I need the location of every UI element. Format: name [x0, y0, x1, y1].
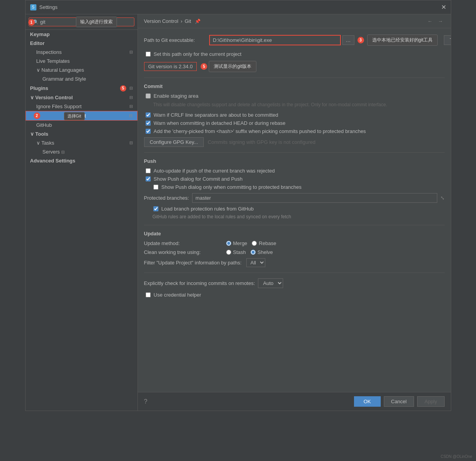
- plugins-badge: 5 ⊟: [120, 85, 133, 92]
- sidebar-item-ignore-files[interactable]: Ignore Files Support ⊟: [26, 102, 137, 111]
- set-path-label: Set this path only for the current proje…: [154, 51, 242, 57]
- help-icon[interactable]: ?: [144, 398, 148, 405]
- warn-crlf-checkbox[interactable]: [146, 112, 151, 117]
- sidebar-item-tools[interactable]: ∨ Tools: [26, 129, 137, 138]
- ok-button[interactable]: OK: [354, 396, 381, 407]
- show-push-protected-row: Show Push dialog only when committing to…: [152, 184, 445, 190]
- apply-button[interactable]: Apply: [417, 396, 445, 407]
- sidebar-item-keymap[interactable]: Keymap: [26, 30, 137, 39]
- sidebar: 1 🔍 输入git进行搜索 Keymap Editor Inspections …: [26, 14, 138, 411]
- rebase-label: Rebase: [259, 240, 276, 246]
- shelve-radio[interactable]: [251, 250, 256, 255]
- add-suffix-label: Add the 'cherry-picked from <hash>' suff…: [154, 128, 366, 134]
- update-section-title: Update: [144, 231, 445, 237]
- configure-gpg-button[interactable]: Configure GPG Key...: [144, 137, 204, 147]
- load-github-checkbox[interactable]: [153, 206, 158, 211]
- breadcrumb-part1: Version Control: [144, 18, 179, 24]
- credential-row: Use credential helper: [144, 292, 445, 298]
- main-content: Path to Git executable: … 3 选中本地已经安装好的gi…: [138, 28, 451, 392]
- nav-back[interactable]: ←: [426, 17, 434, 25]
- section-divider-3: [144, 225, 445, 225]
- auto-update-checkbox[interactable]: [146, 168, 151, 173]
- update-method-label: Update method:: [144, 240, 222, 246]
- sidebar-item-git[interactable]: 2 Git 选择Git ⊟: [26, 111, 137, 121]
- natural-languages-label: ∨ Natural Languages: [36, 67, 84, 73]
- set-path-row: Set this path only for the current proje…: [144, 51, 445, 57]
- inspections-icon: ⊟: [129, 50, 133, 55]
- sidebar-item-github[interactable]: GitHub: [26, 121, 137, 129]
- show-push-protected-checkbox[interactable]: [153, 185, 158, 190]
- app-icon: S: [30, 4, 36, 10]
- incoming-label: Explicitly check for incoming commits on…: [144, 280, 255, 286]
- protected-branches-label: Protected branches:: [144, 195, 189, 201]
- git-version-text: Git version is 2.34.0: [144, 62, 197, 71]
- nav-forward[interactable]: →: [436, 17, 445, 25]
- warn-detached-row: Warn when committing in detached HEAD or…: [144, 120, 445, 126]
- merge-radio[interactable]: [226, 241, 231, 246]
- section-divider-1: [144, 78, 445, 78]
- staging-note: This will disable changelists support an…: [153, 101, 445, 108]
- enable-staging-checkbox[interactable]: [146, 93, 151, 98]
- credential-checkbox[interactable]: [146, 292, 151, 297]
- enable-staging-row: Enable staging area: [144, 93, 445, 99]
- breadcrumb-pin-icon: 📌: [195, 19, 201, 24]
- credential-label: Use credential helper: [154, 292, 201, 298]
- clean-working-label: Clean working tree using:: [144, 249, 222, 255]
- sidebar-item-natural-languages[interactable]: ∨ Natural Languages: [26, 66, 137, 74]
- staging-note-text: This will disable changelists support an…: [153, 102, 387, 107]
- filter-select[interactable]: All: [246, 258, 265, 267]
- sidebar-item-servers[interactable]: Servers ⊟: [26, 147, 137, 156]
- servers-label: Servers: [43, 149, 60, 155]
- breadcrumb-sep: ›: [180, 18, 182, 24]
- sidebar-item-inspections[interactable]: Inspections ⊟: [26, 48, 137, 57]
- commit-section-title: Commit: [144, 83, 445, 89]
- sidebar-item-version-control[interactable]: ∨ Version Control ⊟: [26, 93, 137, 102]
- badge5-area: 5 测试显示的git版本: [201, 61, 256, 72]
- sidebar-item-plugins[interactable]: Plugins 5 ⊟: [26, 83, 137, 93]
- warn-crlf-label: Warn if CRLF line separators are about t…: [154, 112, 278, 118]
- warn-detached-checkbox[interactable]: [146, 121, 151, 126]
- tooltip-1: 输入git进行搜索: [76, 17, 117, 27]
- stash-option: Stash: [226, 249, 246, 255]
- close-button[interactable]: ✕: [441, 3, 446, 11]
- push-section-title: Push: [144, 158, 445, 164]
- auto-update-row: Auto-update if push of the current branc…: [144, 168, 445, 174]
- section-divider-2: [144, 152, 445, 153]
- protected-branches-input[interactable]: [192, 193, 437, 203]
- warn-detached-label: Warn when committing in detached HEAD or…: [154, 120, 286, 126]
- badge-1: 1: [28, 19, 35, 26]
- badge3-area: 3 选中本地已经安装好的git工具: [357, 35, 438, 46]
- expand-icon[interactable]: ⤡: [440, 195, 445, 201]
- breadcrumb-bar: Version Control › Git 📌 ← →: [138, 14, 451, 28]
- sidebar-item-tasks[interactable]: ∨ Tasks ⊟: [26, 138, 137, 147]
- git-icon: ⊟: [129, 113, 132, 118]
- sidebar-item-live-templates[interactable]: Live Templates: [26, 57, 137, 66]
- test-button[interactable]: Test: [444, 35, 450, 45]
- badge-3: 3: [357, 37, 364, 43]
- browse-button[interactable]: …: [342, 35, 354, 45]
- servers-icon: ⊟: [61, 150, 65, 154]
- inspections-label: Inspections: [36, 49, 62, 55]
- show-push-dialog-checkbox[interactable]: [146, 176, 151, 181]
- set-path-checkbox[interactable]: [146, 52, 151, 57]
- nav-arrows: ← →: [426, 17, 445, 25]
- search-box: 1 🔍 输入git进行搜索: [26, 14, 137, 30]
- badge-5: 5: [201, 63, 207, 70]
- path-input[interactable]: [209, 35, 341, 45]
- load-github-row: Load branch protection rules from GitHub: [152, 206, 445, 212]
- update-method-row: Update method: Merge Rebase: [144, 240, 445, 246]
- sidebar-item-editor[interactable]: Editor: [26, 39, 137, 48]
- version-row: Git version is 2.34.0 5 测试显示的git版本: [144, 61, 445, 72]
- add-suffix-checkbox[interactable]: [146, 129, 151, 134]
- rebase-radio[interactable]: [252, 241, 257, 246]
- cancel-button[interactable]: Cancel: [384, 396, 414, 407]
- tasks-label: ∨ Tasks: [36, 140, 55, 146]
- sidebar-item-advanced-settings[interactable]: Advanced Settings: [26, 156, 137, 165]
- incoming-select[interactable]: Auto: [258, 278, 283, 288]
- enable-staging-label: Enable staging area: [154, 93, 199, 99]
- filter-label: Filter "Update Project" information by p…: [144, 260, 242, 266]
- load-github-label: Load branch protection rules from GitHub: [162, 206, 254, 212]
- stash-radio[interactable]: [226, 250, 231, 255]
- version-control-icon: ⊟: [129, 95, 133, 100]
- sidebar-item-grammar-style[interactable]: Grammar and Style: [26, 74, 137, 83]
